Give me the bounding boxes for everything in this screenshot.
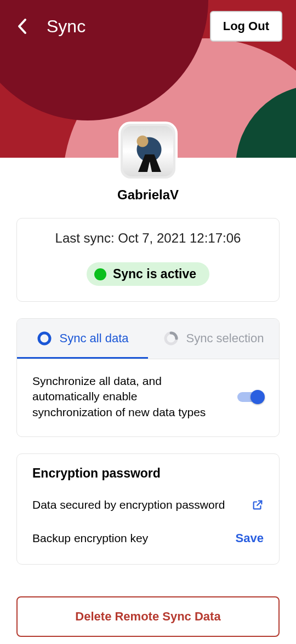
- external-link-icon[interactable]: [252, 499, 264, 511]
- status-dot-icon: [94, 268, 106, 280]
- chevron-left-icon: [16, 18, 29, 35]
- page-title: Sync: [47, 16, 86, 37]
- logout-button[interactable]: Log Out: [210, 11, 282, 42]
- sync-mode-card: Sync all data Sync selection Synchronize…: [16, 318, 280, 437]
- last-sync-label: Last sync: Oct 7, 2021 12:17:06: [28, 231, 268, 246]
- back-button[interactable]: [14, 18, 31, 35]
- sync-all-description: Synchronize all data, and automatically …: [32, 373, 219, 420]
- toggle-knob: [251, 390, 265, 404]
- sync-status-badge: Sync is active: [87, 262, 209, 286]
- tab-label: Sync selection: [186, 331, 264, 346]
- encryption-secured-label: Data secured by encryption password: [32, 498, 225, 511]
- tab-label: Sync all data: [60, 331, 129, 346]
- sync-all-toggle[interactable]: [237, 389, 264, 405]
- delete-remote-data-button[interactable]: Delete Remote Sync Data: [16, 596, 280, 637]
- status-badge-text: Sync is active: [113, 267, 196, 281]
- username: GabrielaV: [93, 187, 203, 203]
- backup-key-label: Backup encryption key: [32, 532, 148, 545]
- tabs: Sync all data Sync selection: [17, 319, 279, 359]
- tab-sync-selection[interactable]: Sync selection: [148, 319, 279, 359]
- progress-ring-icon: [163, 331, 179, 346]
- svg-point-0: [39, 333, 50, 344]
- avatar[interactable]: [118, 122, 178, 181]
- backup-key-row: Backup encryption key Save: [32, 527, 264, 550]
- tab-sync-all[interactable]: Sync all data: [17, 319, 148, 359]
- encryption-title: Encryption password: [32, 466, 264, 481]
- circle-ring-icon: [37, 331, 52, 346]
- save-backup-button[interactable]: Save: [236, 531, 264, 545]
- encryption-secured-row[interactable]: Data secured by encryption password: [32, 494, 264, 516]
- encryption-card: Encryption password Data secured by encr…: [16, 453, 280, 565]
- sync-status-card: Last sync: Oct 7, 2021 12:17:06 Sync is …: [16, 218, 280, 302]
- avatar-image: [123, 126, 173, 176]
